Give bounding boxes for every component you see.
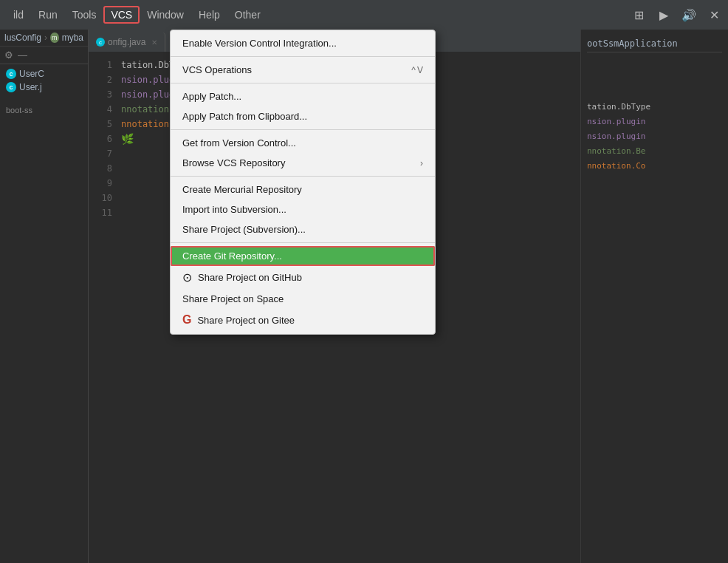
menubar: ild Run Tools VCS Window Help Other ⊞ ▶ …: [0, 0, 728, 30]
menu-item-create-git[interactable]: Create Git Repository...: [171, 246, 435, 266]
menu-item-apply-patch-clipboard[interactable]: Apply Patch from Clipboard...: [171, 106, 435, 126]
file-name-userj: User.j: [19, 82, 42, 92]
menu-label-vcs-operations: VCS Operations: [182, 64, 252, 75]
gitee-icon-line10: 🌿: [121, 132, 134, 146]
right-code-line1: [587, 55, 722, 70]
menu-item-run[interactable]: Run: [31, 6, 65, 24]
file-item-userj[interactable]: c User.j: [0, 81, 88, 94]
menu-item-get-vcs[interactable]: Get from Version Control...: [171, 133, 435, 153]
line-number-4: 4: [89, 102, 112, 117]
tab-icon-config: c: [96, 38, 105, 47]
menu-item-create-mercurial[interactable]: Create Mercurial Repository: [171, 180, 435, 199]
right-code-line6: nsion.plugin: [587, 129, 722, 144]
menu-label-share-subversion: Share Project (Subversion)...: [182, 224, 306, 235]
breadcrumb-project: lusConfig: [4, 33, 41, 43]
line-number-5: 5: [89, 117, 112, 132]
menu-label-share-github: Share Project on GitHub: [198, 272, 302, 283]
line-number-9: 9: [89, 176, 112, 191]
sidebar: lusConfig › m myba ⚙ — c UserC c User.j …: [0, 30, 89, 563]
line-number-6: 6: [89, 132, 112, 146]
menu-label-create-git: Create Git Repository...: [182, 250, 282, 262]
right-code-line7: nnotation.Be: [587, 144, 722, 159]
menu-item-share-subversion[interactable]: Share Project (Subversion)...: [171, 219, 435, 239]
vcs-dropdown-menu: Enable Version Control Integration... VC…: [170, 30, 436, 335]
separator-5: [171, 242, 435, 243]
line-number-10: 10: [89, 191, 112, 205]
menu-item-share-space[interactable]: Share Project on Space: [171, 289, 435, 309]
line-number-3: 3: [89, 87, 112, 102]
file-name-userc: UserC: [19, 69, 44, 79]
gitee-icon: G: [182, 313, 191, 327]
file-icon-cyan-2: c: [6, 82, 16, 92]
right-panel-filename: ootSsmApplication: [587, 35, 722, 52]
browse-vcs-arrow: ›: [420, 158, 423, 168]
menu-label-share-space: Share Project on Space: [182, 293, 284, 304]
shortcut-caret: ^: [411, 65, 416, 75]
breadcrumb: lusConfig › m myba: [0, 30, 88, 47]
right-code-line4: tation.DbType: [587, 100, 722, 115]
minus-icon[interactable]: —: [18, 50, 27, 61]
menu-item-vcs-operations[interactable]: VCS Operations ^ V: [171, 60, 435, 80]
right-code-line5: nsion.plugin: [587, 115, 722, 129]
separator-1: [171, 56, 435, 57]
volume-icon[interactable]: 🔊: [681, 7, 697, 23]
badge-m: m: [50, 33, 59, 43]
menu-label-import-subversion: Import into Subversion...: [182, 204, 286, 215]
menu-item-tools[interactable]: Tools: [65, 6, 104, 24]
file-tree: c UserC c User.j: [0, 64, 88, 97]
menu-item-share-github[interactable]: ⊙ Share Project on GitHub: [171, 266, 435, 289]
right-code-line3: [587, 85, 722, 100]
menu-label-browse-vcs: Browse VCS Repository: [182, 157, 285, 168]
line-number-11: 11: [89, 205, 112, 220]
play-icon[interactable]: ▶: [656, 7, 672, 23]
line-number-8: 8: [89, 161, 112, 176]
menu-item-import-subversion[interactable]: Import into Subversion...: [171, 199, 435, 219]
menu-label-enable-vcs: Enable Version Control Integration...: [182, 38, 337, 49]
menu-item-apply-patch[interactable]: Apply Patch...: [171, 86, 435, 106]
menu-item-window[interactable]: Window: [140, 6, 191, 24]
menu-label-create-mercurial: Create Mercurial Repository: [182, 184, 302, 195]
menu-label-get-vcs: Get from Version Control...: [182, 137, 296, 149]
menu-item-build[interactable]: ild: [6, 6, 31, 24]
menu-label-apply-patch-clipboard: Apply Patch from Clipboard...: [182, 111, 307, 122]
line-number-7: 7: [89, 146, 112, 161]
breadcrumb-folder: myba: [62, 33, 83, 43]
sidebar-project-label: boot-ss: [0, 103, 88, 117]
github-icon: ⊙: [182, 270, 192, 284]
file-icon-cyan: c: [6, 69, 16, 79]
breadcrumb-sep: ›: [44, 33, 47, 43]
line-number-2: 2: [89, 72, 112, 87]
vcs-operations-shortcut: ^ V: [411, 65, 423, 75]
line-numbers: 1 2 3 4 5 6 7 8 9 10 11: [89, 58, 118, 557]
menu-label-share-gitee: Share Project on Gitee: [197, 315, 295, 326]
menu-item-enable-vcs[interactable]: Enable Version Control Integration...: [171, 33, 435, 53]
gear-icon[interactable]: ⚙: [4, 50, 13, 61]
right-code-line2: [587, 70, 722, 85]
right-panel: ootSsmApplication tation.DbType nsion.pl…: [580, 30, 728, 563]
line-number-1: 1: [89, 58, 112, 72]
tab-config-java[interactable]: c onfig.java ✕: [89, 33, 165, 52]
layout-icon[interactable]: ⊞: [631, 7, 647, 23]
separator-3: [171, 129, 435, 130]
sidebar-toolbar: ⚙ —: [0, 47, 88, 64]
menubar-right-icons: ⊞ ▶ 🔊 ✕: [631, 7, 722, 23]
separator-4: [171, 176, 435, 177]
tab-label-config: onfig.java: [108, 37, 145, 47]
menu-item-browse-vcs[interactable]: Browse VCS Repository ›: [171, 153, 435, 173]
separator-2: [171, 83, 435, 83]
close-icon[interactable]: ✕: [706, 7, 722, 23]
menu-label-apply-patch: Apply Patch...: [182, 91, 241, 102]
menu-item-other[interactable]: Other: [227, 6, 268, 24]
tab-close-config[interactable]: ✕: [151, 38, 157, 47]
file-item-userc[interactable]: c UserC: [0, 67, 88, 81]
menu-item-help[interactable]: Help: [191, 6, 227, 24]
shortcut-v: V: [417, 65, 423, 75]
menu-item-share-gitee[interactable]: G Share Project on Gitee: [171, 309, 435, 331]
menu-item-vcs[interactable]: VCS: [103, 6, 140, 24]
right-code-line8: nnotation.Co: [587, 159, 722, 174]
